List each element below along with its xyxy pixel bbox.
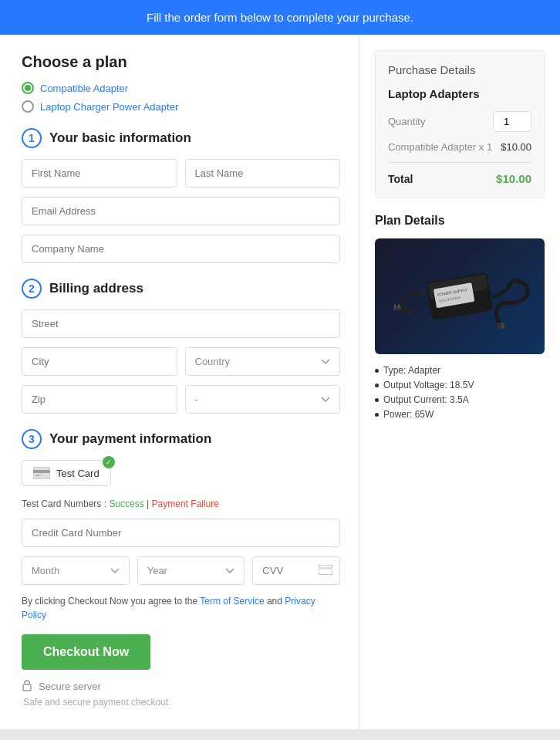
spec-power: Power: 65W: [375, 409, 545, 420]
svg-rect-2: [35, 475, 41, 476]
right-panel: Purchase Details Laptop Adapters Quantit…: [359, 35, 560, 729]
last-name-input[interactable]: [185, 159, 341, 188]
svg-rect-1: [33, 470, 50, 473]
zip-state-row: -: [22, 385, 340, 414]
checkout-button[interactable]: Checkout Now: [22, 634, 150, 670]
item-price-row: Compatible Adapter x 1 $10.00: [388, 141, 531, 153]
section3-title: Your payment information: [49, 431, 211, 447]
plan-compatible-label: Compatible Adapter: [40, 83, 128, 94]
state-select[interactable]: -: [185, 385, 341, 414]
first-name-input[interactable]: [22, 159, 177, 188]
plan-details: Plan Details POWER SUPPLY 18.5V 3.5A 65W: [375, 214, 545, 420]
bullet-dot: [375, 384, 379, 387]
section2-header: 2 Billing address: [22, 279, 340, 299]
plan-laptop[interactable]: Laptop Charger Power Adapter: [22, 100, 340, 113]
payment-methods: ✓ Test Card: [22, 460, 340, 486]
test-card-info: Test Card Numbers : Success | Payment Fa…: [22, 498, 340, 509]
quantity-label: Quantity: [388, 116, 425, 127]
section2-title: Billing address: [49, 281, 143, 296]
product-image: POWER SUPPLY 18.5V 3.5A 65W: [375, 238, 545, 354]
secure-server-text: Secure server: [39, 681, 101, 692]
choose-plan-title: Choose a plan: [22, 53, 340, 71]
total-row: Total $10.00: [388, 162, 531, 185]
product-name: Laptop Adapters: [388, 87, 531, 100]
plan-compatible[interactable]: Compatible Adapter: [22, 82, 340, 94]
cvv-field: [252, 556, 340, 585]
spec-voltage: Output Voltage: 18.5V: [375, 380, 545, 390]
purchase-details-box: Purchase Details Laptop Adapters Quantit…: [375, 50, 545, 198]
total-label: Total: [388, 173, 413, 185]
svg-rect-15: [501, 323, 504, 329]
company-input[interactable]: [22, 235, 340, 263]
bullet-dot: [375, 413, 379, 417]
expiry-cvv-row: Month 01 02 03 12 Year 2024 2025 2026: [22, 556, 340, 585]
total-price: $10.00: [496, 172, 531, 185]
zip-input[interactable]: [22, 385, 177, 414]
secure-info: Secure server: [22, 679, 340, 694]
section3-header: 3 Your payment information: [22, 429, 340, 449]
name-row: [22, 159, 340, 188]
terms-middle: and: [265, 596, 285, 607]
city-input[interactable]: [22, 347, 177, 376]
spec-type: Type: Adapter: [375, 365, 545, 376]
purchase-details-title: Purchase Details: [388, 63, 531, 76]
plan-radio-group: Compatible Adapter Laptop Charger Power …: [22, 82, 340, 113]
section1-number: 1: [22, 128, 42, 148]
email-field: [22, 197, 340, 225]
main-container: Choose a plan Compatible Adapter Laptop …: [0, 35, 560, 729]
adapter-svg: POWER SUPPLY 18.5V 3.5A 65W: [383, 242, 537, 350]
spec-current: Output Current: 3.5A: [375, 394, 545, 405]
cvv-card-icon: [319, 565, 332, 577]
section1-title: Your basic information: [49, 130, 191, 146]
lock-icon: [22, 679, 32, 694]
terms-text: By clicking Checkout Now you agree to th…: [22, 594, 340, 622]
svg-rect-4: [319, 567, 332, 569]
item-price: $10.00: [501, 141, 531, 153]
month-select[interactable]: Month 01 02 03 12: [22, 556, 130, 585]
quantity-row: Quantity: [388, 111, 531, 132]
failure-link[interactable]: Payment Failure: [152, 498, 219, 509]
radio-unchecked-icon: [22, 100, 34, 113]
company-field: [22, 235, 340, 263]
year-select[interactable]: Year 2024 2025 2026: [137, 556, 245, 585]
safe-payment-text: Safe and secure payment checkout.: [23, 697, 340, 708]
bullet-dot: [375, 369, 379, 373]
bullet-dot: [375, 398, 379, 402]
product-specs: Type: Adapter Output Voltage: 18.5V Outp…: [375, 365, 545, 420]
svg-rect-12: [394, 304, 396, 308]
radio-checked-icon: [22, 82, 34, 94]
test-card-button[interactable]: ✓ Test Card: [22, 460, 111, 486]
credit-card-icon: [33, 467, 50, 479]
quantity-input[interactable]: [493, 111, 531, 132]
section2-number: 2: [22, 279, 42, 299]
cc-number-field: [22, 519, 340, 547]
cc-number-input[interactable]: [22, 519, 340, 547]
item-label: Compatible Adapter x 1: [388, 141, 492, 153]
top-banner: Fill the order form below to complete yo…: [0, 0, 560, 35]
country-select[interactable]: Country United States United Kingdom: [185, 347, 341, 376]
section3-number: 3: [22, 429, 42, 449]
city-country-row: Country United States United Kingdom: [22, 347, 340, 376]
section1-header: 1 Your basic information: [22, 128, 340, 148]
test-card-label: Test Card Numbers :: [22, 498, 106, 509]
success-link[interactable]: Success: [109, 498, 143, 509]
svg-rect-13: [398, 304, 400, 308]
banner-text: Fill the order form below to complete yo…: [147, 11, 413, 24]
svg-rect-3: [319, 565, 332, 575]
card-button-label: Test Card: [56, 468, 100, 479]
plan-laptop-label: Laptop Charger Power Adapter: [40, 101, 178, 113]
svg-rect-5: [23, 684, 31, 691]
street-field: [22, 309, 340, 338]
email-input[interactable]: [22, 197, 340, 225]
terms-before: By clicking Checkout Now you agree to th…: [22, 596, 200, 607]
left-panel: Choose a plan Compatible Adapter Laptop …: [0, 35, 359, 729]
card-check-badge: ✓: [103, 456, 115, 468]
plan-details-title: Plan Details: [375, 214, 545, 228]
tos-link[interactable]: Term of Service: [200, 596, 264, 607]
street-input[interactable]: [22, 309, 340, 338]
